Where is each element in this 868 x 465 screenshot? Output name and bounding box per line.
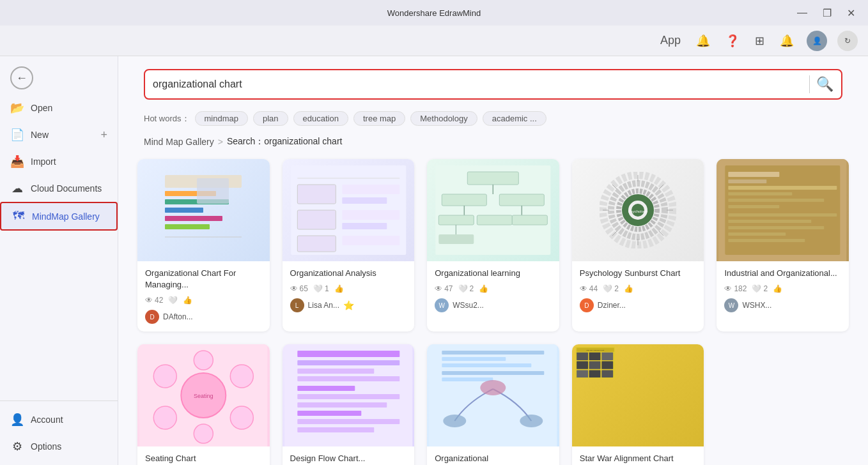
gallery-card-4[interactable]: Psychology bbox=[572, 159, 704, 332]
svg-rect-55 bbox=[729, 232, 786, 236]
hot-tag-treemap[interactable]: tree map bbox=[353, 111, 405, 126]
sidebar-item-options[interactable]: ⚙ Options bbox=[0, 433, 118, 460]
hot-tag-education[interactable]: education bbox=[293, 111, 348, 126]
hot-tag-mindmap[interactable]: mindmap bbox=[195, 111, 248, 126]
search-divider bbox=[809, 75, 810, 93]
card-title-5: Industrial and Organizational... bbox=[724, 268, 841, 279]
svg-text:Star War Alignment Chart: Star War Alignment Chart bbox=[586, 349, 604, 351]
svg-rect-49 bbox=[729, 192, 793, 195]
svg-rect-27 bbox=[512, 215, 547, 225]
author-avatar-5: W bbox=[724, 298, 738, 312]
svg-rect-16 bbox=[297, 236, 336, 252]
svg-point-60 bbox=[153, 365, 176, 388]
sidebar-item-cloud[interactable]: ☁ Cloud Documents bbox=[0, 175, 118, 202]
hot-tag-plan[interactable]: plan bbox=[253, 111, 288, 126]
svg-point-62 bbox=[153, 406, 176, 429]
like-5[interactable]: 🤍 2 bbox=[752, 284, 768, 293]
svg-rect-92 bbox=[577, 362, 588, 369]
card-info-8: Organizational 👁 🤍 👍 bbox=[427, 446, 559, 465]
svg-point-64 bbox=[194, 351, 213, 370]
card-author-5: W WSHX... bbox=[724, 298, 841, 312]
back-circle-icon: ← bbox=[10, 66, 33, 89]
card-thumb-1 bbox=[137, 159, 270, 261]
author-avatar-1: D bbox=[145, 310, 159, 324]
thumb-org2 bbox=[283, 159, 415, 261]
like-4[interactable]: 🤍 2 bbox=[603, 284, 619, 293]
svg-rect-97 bbox=[601, 370, 613, 378]
gallery-card-1[interactable]: Organizational Chart For Managing... 👁 4… bbox=[137, 159, 270, 332]
thumb-industrial bbox=[717, 159, 849, 261]
share-4[interactable]: 👍 bbox=[624, 284, 633, 293]
like-2[interactable]: 🤍 1 bbox=[313, 284, 329, 293]
refresh-icon[interactable]: ↻ bbox=[837, 31, 858, 51]
new-plus-icon: + bbox=[100, 128, 107, 142]
search-box: 🔍 bbox=[144, 69, 842, 100]
sidebar-label-open: Open bbox=[31, 103, 52, 113]
svg-rect-96 bbox=[589, 370, 600, 378]
close-button[interactable]: ✕ bbox=[842, 4, 860, 22]
breadcrumb-gallery-link[interactable]: Mind Map Gallery bbox=[144, 137, 214, 147]
search-button[interactable]: 🔍 bbox=[816, 76, 833, 93]
author-avatar-4: D bbox=[580, 298, 594, 312]
gallery-card-7[interactable]: Design Flow Chart... 👁 🤍 👍 bbox=[283, 344, 415, 465]
svg-rect-95 bbox=[577, 370, 588, 378]
card-meta-3: 👁 47 🤍 2 👍 bbox=[435, 284, 552, 293]
svg-rect-17 bbox=[342, 236, 399, 245]
gold-badge-2: ⭐ bbox=[343, 300, 354, 310]
share-3[interactable]: 👍 bbox=[479, 284, 488, 293]
breadcrumb-current: Search：organizational chart bbox=[227, 136, 343, 148]
views-5: 👁 182 bbox=[724, 284, 747, 293]
back-button[interactable]: ← bbox=[0, 61, 118, 95]
like-1[interactable]: 🤍 bbox=[168, 296, 178, 305]
svg-rect-89 bbox=[577, 353, 588, 360]
svg-rect-70 bbox=[297, 376, 399, 381]
sidebar-item-new[interactable]: 📄 New + bbox=[0, 121, 118, 148]
svg-rect-4 bbox=[165, 216, 222, 221]
grid-icon[interactable]: ⊞ bbox=[752, 31, 767, 50]
gallery-card-3[interactable]: Organizational learning 👁 47 🤍 2 👍 W WSs… bbox=[427, 159, 559, 332]
search-input[interactable] bbox=[153, 79, 803, 90]
notification-icon[interactable]: 🔔 bbox=[694, 31, 713, 50]
hot-tag-academic[interactable]: academic ... bbox=[483, 111, 546, 126]
hot-tag-methodology[interactable]: Methodology bbox=[410, 111, 477, 126]
svg-rect-73 bbox=[297, 402, 387, 408]
views-3: 👁 47 bbox=[435, 284, 453, 293]
sidebar-item-mindmap[interactable]: 🗺 MindMap Gallery bbox=[0, 202, 118, 231]
svg-rect-46 bbox=[729, 172, 780, 177]
svg-rect-68 bbox=[297, 360, 399, 365]
breadcrumb-separator: > bbox=[218, 137, 223, 147]
share-1[interactable]: 👍 bbox=[183, 296, 192, 305]
card-meta-1: 👁 42 🤍 👍 bbox=[145, 296, 262, 305]
thumb-org3 bbox=[427, 344, 559, 446]
share-2[interactable]: 👍 bbox=[334, 284, 344, 293]
gallery-card-2[interactable]: Organizational Analysis 👁 65 🤍 1 👍 L Lis… bbox=[283, 159, 415, 332]
minimize-button[interactable]: — bbox=[792, 4, 812, 22]
share-5[interactable]: 👍 bbox=[773, 284, 782, 293]
help-icon[interactable]: ❓ bbox=[723, 31, 742, 50]
like-3[interactable]: 🤍 2 bbox=[458, 284, 474, 293]
user-avatar[interactable]: 👤 bbox=[807, 31, 827, 51]
sidebar-item-open[interactable]: 📂 Open bbox=[0, 95, 118, 121]
card-info-4: Psychology Sunburst Chart 👁 44 🤍 2 👍 D D… bbox=[572, 261, 704, 320]
maximize-button[interactable]: ❐ bbox=[818, 4, 837, 22]
sidebar: ← 📂 Open 📄 New + 📥 Import ☁ Cloud Docume… bbox=[0, 56, 118, 465]
share-icon[interactable]: 🔔 bbox=[777, 31, 796, 50]
top-bar: App 🔔 ❓ ⊞ 🔔 👤 ↻ bbox=[0, 26, 868, 56]
app-label[interactable]: App bbox=[658, 31, 683, 50]
sidebar-label-options: Options bbox=[31, 441, 61, 452]
card-author-4: D Dziner... bbox=[580, 298, 697, 312]
gallery-card-6[interactable]: Seating Seating Chart bbox=[137, 344, 270, 465]
sidebar-item-import[interactable]: 📥 Import bbox=[0, 148, 118, 175]
sidebar-item-account[interactable]: 👤 Account bbox=[0, 406, 118, 433]
gallery-card-8[interactable]: Organizational 👁 🤍 👍 bbox=[427, 344, 559, 465]
svg-rect-48 bbox=[729, 186, 837, 190]
gallery-card-9[interactable]: Star War Alignment Chart bbox=[572, 344, 704, 465]
gallery-card-5[interactable]: Industrial and Organizational... 👁 182 🤍… bbox=[717, 159, 849, 332]
card-info-6: Seating Chart 👁 20 🤍 👍 K Kiara Pitt bbox=[137, 446, 270, 465]
card-thumb-4: Psychology bbox=[572, 159, 704, 261]
main-layout: ← 📂 Open 📄 New + 📥 Import ☁ Cloud Docume… bbox=[0, 56, 868, 465]
card-meta-4: 👁 44 🤍 2 👍 bbox=[580, 284, 697, 293]
svg-rect-21 bbox=[442, 194, 486, 206]
svg-rect-72 bbox=[297, 394, 399, 399]
card-info-3: Organizational learning 👁 47 🤍 2 👍 W WSs… bbox=[427, 261, 559, 320]
